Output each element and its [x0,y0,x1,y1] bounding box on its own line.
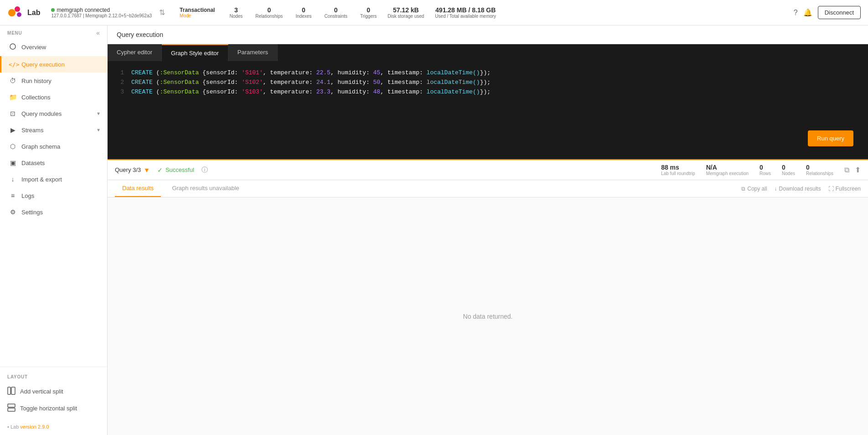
disk-label: Disk storage used [388,14,424,19]
version-link[interactable]: version 2.9.0 [20,424,49,430]
conn-status-text: connected [85,7,110,13]
graph-schema-icon: ⬡ [9,143,17,150]
sidebar-item-streams[interactable]: ▶Streams▾ [0,122,107,138]
main-content: Query execution Cypher editorGraph Style… [108,26,868,435]
copy-all-icon: ⧉ [741,186,745,192]
data-tab-data-results[interactable]: Data results [115,180,161,197]
app-name: memgraph [57,7,83,13]
export-result-icon[interactable]: ⬆ [855,166,861,174]
run-query-button[interactable]: Run query [808,130,853,146]
data-tab-graph-results[interactable]: Graph results unavailable [165,180,246,197]
query-selector-text: Query 3/3 [115,166,141,173]
datasets-icon: ▣ [9,159,17,166]
svg-rect-6 [8,404,15,407]
memory-label: Used / Total available memory [435,14,496,19]
notifications-icon[interactable]: 🔔 [803,8,812,17]
sidebar-item-label-query-modules: Query modules [21,110,62,117]
header-actions: ? 🔔 Disconnect [794,6,861,19]
logs-icon: ≡ [9,192,17,199]
sidebar-item-query-execution[interactable]: </>Query execution [0,56,107,72]
overview-icon [9,43,17,52]
results-content: No data returned. [108,197,868,435]
connection-info: memgraph connected 127.0.0.1:7687 | Memg… [51,7,152,18]
query-header: Query execution [108,26,868,44]
editor-tabs: Cypher editorGraph Style editorParameter… [108,44,868,61]
help-icon[interactable]: ? [794,9,798,17]
collections-icon: 📁 [9,93,17,101]
logo-icon [7,5,24,21]
layout-label: LAYOUT [7,374,100,379]
data-tabs: Data resultsGraph results unavailable⧉Co… [108,180,868,197]
app-header: Lab memgraph connected 127.0.0.1:7687 | … [0,0,868,26]
disconnect-button[interactable]: Disconnect [818,6,861,19]
svg-rect-4 [8,387,10,394]
layout-item-label-add-vertical-split: Add vertical split [20,388,63,395]
copy-all-action[interactable]: ⧉Copy all [741,186,767,192]
conn-version: Memgraph 2.12.0+5~b2de962a3 [85,13,152,18]
query-modules-icon: ⊡ [9,110,17,117]
sidebar-item-query-modules[interactable]: ⊡Query modules▾ [0,105,107,122]
layout-section: LAYOUT Add vertical splitToggle horizont… [0,367,107,420]
sidebar: MENU « Overview</>Query execution⏱Run hi… [0,26,108,435]
success-badge: ✓ Successful [157,166,194,174]
layout-item-toggle-horizontal-split[interactable]: Toggle horizontal split [7,400,100,417]
page-title: Query execution [117,31,163,38]
stat-relationships: 0Relationships [255,6,283,19]
menu-header: MENU « [0,26,107,38]
sidebar-item-logs[interactable]: ≡Logs [0,187,107,204]
code-editor[interactable]: 1CREATE (:SensorData {sensorId: 'S101', … [108,61,868,134]
sidebar-item-graph-schema[interactable]: ⬡Graph schema [0,138,107,155]
app-body: MENU « Overview</>Query execution⏱Run hi… [0,26,868,435]
editor-tab-parameters[interactable]: Parameters [228,44,278,61]
svg-rect-5 [11,387,15,394]
mode-label: Transactional [180,7,215,13]
fullscreen-icon: ⛶ [828,186,834,192]
svg-point-0 [8,9,16,16]
sidebar-item-collections[interactable]: 📁Collections [0,89,107,105]
sidebar-item-settings[interactable]: ⚙Settings [0,204,107,220]
memory-stat: 491.28 MB / 8.18 GB Used / Total availab… [435,6,496,19]
query-selector[interactable]: Query 3/3 ▼ [115,166,150,174]
expand-icon: ▾ [97,127,100,133]
layout-item-label-toggle-horizontal-split: Toggle horizontal split [20,405,77,412]
sidebar-item-import-export[interactable]: ↓Import & export [0,171,107,187]
info-icon[interactable]: ⓘ [202,166,208,174]
import-export-icon: ↓ [9,176,17,183]
svg-point-3 [10,44,16,49]
mode-sub: Mode [180,13,215,18]
sidebar-item-overview[interactable]: Overview [0,38,107,56]
sidebar-collapse-button[interactable]: « [96,29,100,36]
query-execution-icon: </> [9,61,17,68]
layout-item-add-vertical-split[interactable]: Add vertical split [7,383,100,400]
status-text: Successful [165,166,194,173]
editor-tab-cypher-editor[interactable]: Cypher editor [108,44,162,61]
memory-value: 491.28 MB / 8.18 GB [435,6,496,14]
result-stat-rows: 0Rows [760,164,771,176]
svg-point-2 [17,12,21,17]
sidebar-item-label-graph-schema: Graph schema [21,143,60,150]
sidebar-item-label-collections: Collections [21,94,51,101]
layout-items: Add vertical splitToggle horizontal spli… [7,383,100,417]
download-results-action[interactable]: ↓Download results [775,186,821,192]
download-results-icon: ↓ [775,186,777,192]
settings-icon: ⚙ [9,208,17,216]
version-info: • Lab version 2.9.0 [0,420,107,435]
mode-info: Transactional Mode [180,7,215,18]
editor-tab-graph-style-editor[interactable]: Graph Style editor [162,44,228,61]
disk-value: 57.12 kB [393,6,419,14]
copy-result-icon[interactable]: ⧉ [844,166,849,174]
code-line-2: 2CREATE (:SensorData {sensorId: 'S102', … [115,78,861,88]
sidebar-item-label-query-execution: Query execution [21,61,65,68]
code-line-3: 3CREATE (:SensorData {sensorId: 'S103', … [115,88,861,97]
svg-rect-7 [8,408,15,411]
sidebar-item-datasets[interactable]: ▣Datasets [0,155,107,171]
swap-icon[interactable]: ⇅ [159,8,165,17]
connection-details: 127.0.0.1:7687 | Memgraph 2.12.0+5~b2de9… [51,13,152,18]
fullscreen-action[interactable]: ⛶Fullscreen [828,186,861,192]
sidebar-item-run-history[interactable]: ⏱Run history [0,72,107,89]
disk-stat: 57.12 kB Disk storage used [388,6,424,19]
sidebar-item-label-import-export: Import & export [21,176,62,183]
sidebar-item-label-overview: Overview [21,44,46,51]
stats-group: 3Nodes0Relationships0Indexes0Constraints… [229,6,377,19]
result-stat-nodes: 0Nodes [782,164,795,176]
